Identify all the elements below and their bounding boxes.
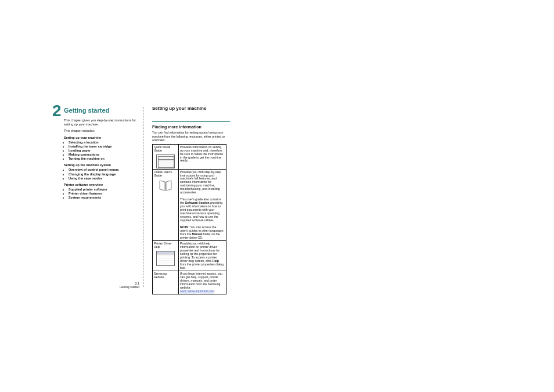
open-book-icon xyxy=(159,179,172,192)
desc-text: Provides information on setting up your … xyxy=(180,145,223,163)
section-heading: Setting up your machine xyxy=(152,106,230,111)
resource-desc: If you have Internet access, you can get… xyxy=(179,271,226,294)
toc-item[interactable]: Selecting a location xyxy=(69,141,139,145)
resource-cell: Quick Install Guide xyxy=(153,145,179,170)
left-column: Getting started This chapter gives you s… xyxy=(64,107,139,202)
toc-item[interactable]: Changing the display language xyxy=(69,172,139,177)
toc-item[interactable]: Printer driver features xyxy=(69,192,139,196)
subsection-intro: You can find information for setting up … xyxy=(152,131,230,142)
toc-item[interactable]: Overview of control panel menus xyxy=(69,168,139,172)
toc-section-a: Setting up your machine xyxy=(64,136,139,139)
desc-text: Provides you with step-by-step instructi… xyxy=(180,170,221,195)
resource-name: Printer Driver Help xyxy=(154,242,172,249)
chapter-intro: This chapter gives you step-by-step inst… xyxy=(64,118,139,126)
desc-text: providing you with information on how to… xyxy=(180,201,222,222)
toc-section-c: Printer software overview xyxy=(64,183,139,186)
toc-item[interactable]: Turning the machine on xyxy=(69,157,139,161)
resource-desc: Provides you with help information on pr… xyxy=(179,241,226,271)
toc-item[interactable]: Installing the toner cartridge xyxy=(69,145,139,149)
toc-section-b: Setting up the machine system xyxy=(64,163,139,167)
desc-text: from the printer properties dialog box. xyxy=(180,262,224,269)
subsection-heading: Finding more information xyxy=(152,125,230,129)
chapter-number: 2 xyxy=(52,102,62,120)
resource-desc: Provides you with step-by-step instructi… xyxy=(179,170,226,241)
page-footer: 2.1 Getting started xyxy=(64,282,139,289)
toc-item[interactable]: Using the save modes xyxy=(69,177,139,181)
resource-name: Quick Install Guide xyxy=(154,145,170,152)
resource-name: Samsung website xyxy=(154,272,167,279)
toc-list-b: Overview of control panel menus Changing… xyxy=(64,168,139,180)
toc-item[interactable]: System requirements xyxy=(69,196,139,200)
desc-text: If you have Internet access, you can get… xyxy=(180,272,222,289)
document-page: 2 Getting started This chapter gives you… xyxy=(0,0,554,392)
chapter-title: Getting started xyxy=(64,107,139,114)
table-row: Samsung website If you have Internet acc… xyxy=(153,271,226,294)
resource-cell: Online User's Guide xyxy=(153,170,179,241)
toc-list-c: Supplied printer software Printer driver… xyxy=(64,188,139,200)
column-divider xyxy=(143,107,143,287)
toc-item[interactable]: Supplied printer software xyxy=(69,188,139,192)
info-table: Quick Install Guide Provides information… xyxy=(152,144,226,294)
toc-item[interactable]: Making connections xyxy=(69,153,139,157)
resource-name: Online User's Guide xyxy=(154,170,172,177)
dialog-window-icon xyxy=(156,251,175,266)
table-row: Printer Driver Help Provides you with he… xyxy=(153,241,226,271)
footer-label: Getting started xyxy=(120,285,139,289)
table-row: Online User's Guide Provides you with st… xyxy=(153,170,226,241)
right-column: Setting up your machine Finding more inf… xyxy=(152,106,230,294)
heading-underline xyxy=(152,121,230,122)
quick-install-icon xyxy=(156,154,175,168)
resource-cell: Samsung website xyxy=(153,271,179,294)
toc-item[interactable]: Loading paper xyxy=(69,149,139,153)
table-row: Quick Install Guide Provides information… xyxy=(153,145,226,170)
resource-cell: Printer Driver Help xyxy=(153,241,179,271)
website-link[interactable]: www.samsungprinter.com xyxy=(180,289,214,293)
resource-desc: Provides information on setting up your … xyxy=(179,145,226,170)
toc-list-a: Selecting a location Installing the tone… xyxy=(64,141,139,161)
includes-label: This chapter includes: xyxy=(64,129,139,133)
